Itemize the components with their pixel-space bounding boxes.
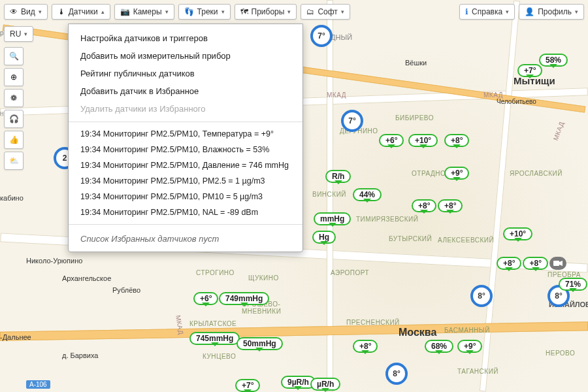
sensor-circle[interactable]: 8° [385, 363, 408, 385]
district-alekseevsky: АЛЕКСЕЕВСКИЙ [438, 237, 494, 244]
sensor-pin[interactable]: +6° [379, 134, 404, 147]
chevron-down-icon: ▾ [506, 8, 509, 15]
thermometer-icon: 🌡 [57, 7, 65, 16]
district-kuntsevo: КУНЦЕВО [203, 353, 236, 360]
chevron-up-icon: ▴ [101, 8, 105, 15]
chevron-down-icon: ▾ [221, 8, 225, 15]
log-entry: 19:34 Мониторинг PM2.5/PM10, NAL = -89 d… [69, 204, 302, 220]
district-bibirevo: БИБИРЕВО [395, 114, 434, 122]
software-icon: 🗂 [306, 7, 314, 16]
menu-devices[interactable]: 🗺Приборы▾ [235, 4, 297, 20]
chevron-down-icon: ▾ [341, 8, 344, 15]
sensor-pin[interactable]: 58% [539, 54, 568, 67]
district-aeroport: АЭРОПОРТ [331, 269, 369, 276]
camera-icon [549, 257, 566, 270]
sensor-circle[interactable]: 7° [310, 25, 333, 47]
label-kabino: кабино [0, 194, 24, 202]
district-timiryazevsky: ТИМИРЯЗЕВСКИЙ [356, 216, 418, 223]
thumbs-up-icon: 👍 [9, 135, 19, 144]
dd-configure-sensors[interactable]: Настройка датчиков и триггеров [69, 29, 302, 47]
magnifier-icon: 🔍 [9, 52, 19, 61]
dd-add-favorite[interactable]: Добавить датчик в Избранное [69, 82, 302, 100]
sensor-pin[interactable]: +7° [517, 64, 542, 77]
chevron-down-icon: ▾ [24, 31, 27, 37]
sensor-pin[interactable]: 71% [559, 278, 587, 291]
label-arkhangelskoe: Архангельское [62, 274, 111, 282]
sensor-pin[interactable]: +8° [444, 134, 469, 147]
sensor-circle[interactable]: 7° [341, 110, 363, 132]
district-krylatskoe: КРЫЛАТСКОЕ [189, 320, 237, 327]
district-butyrsky: БУТЫРСКИЙ [389, 235, 432, 242]
sensor-pin-group[interactable]: +8°+8° [497, 257, 566, 270]
svg-rect-0 [553, 261, 559, 266]
support-button[interactable]: 🎧 [4, 110, 24, 128]
label-veshki: Вёшки [405, 59, 427, 67]
menu-cameras[interactable]: 📷Камеры▾ [114, 4, 174, 20]
chevron-down-icon: ▾ [287, 8, 291, 15]
sensor-pin[interactable]: +8° [353, 340, 378, 353]
eye-icon: 👁 [10, 7, 18, 16]
sensor-pin[interactable]: mmHg [314, 212, 351, 225]
sensor-pin[interactable]: 749mmHg [219, 292, 269, 305]
sensor-pin[interactable]: +8° [412, 199, 436, 212]
weather-button[interactable]: ⛅ [4, 152, 24, 170]
label-barvikha: д. Барвиха [62, 351, 98, 359]
sensor-pin[interactable]: +10° [503, 227, 532, 240]
menu-soft[interactable]: 🗂Софт▾ [301, 4, 350, 20]
tool-button-1[interactable]: ❁ [4, 89, 24, 107]
label-rublevo: Рублёво [112, 286, 140, 294]
top-toolbar: 👁Вид▾ 🌡Датчики▴ 📷Камеры▾ 👣Треки▾ 🗺Прибор… [4, 4, 584, 20]
menu-profile[interactable]: 👤Профиль▾ [519, 4, 584, 20]
label-mkad2: МКАД [552, 121, 566, 142]
log-entry: 19:34 Мониторинг PM2.5/PM10, PM10 = 5 µg… [69, 189, 302, 204]
devices-icon: 🗺 [240, 7, 248, 16]
menu-help[interactable]: ℹСправка▾ [459, 4, 515, 20]
chevron-down-icon: ▾ [39, 8, 42, 15]
info-icon: ℹ [465, 7, 468, 16]
sensor-pin[interactable]: 68% [425, 340, 453, 353]
chevron-down-icon: ▾ [165, 8, 169, 15]
sensor-pin[interactable]: +10° [408, 134, 438, 147]
log-entry: 19:34 Мониторинг PM2.5/PM10, Температура… [69, 126, 302, 142]
district-shchukino: ЩУКИНО [248, 274, 279, 282]
sensor-pin[interactable]: 50mmHg [237, 337, 283, 350]
search-button[interactable]: 🔍 [4, 47, 24, 65]
menu-tracks[interactable]: 👣Треки▾ [178, 4, 231, 20]
log-entry: 19:34 Мониторинг PM2.5/PM10, Влажность =… [69, 142, 302, 157]
dd-rating[interactable]: Рейтинг публичных датчиков [69, 65, 302, 82]
language-selector[interactable]: RU▾ [4, 26, 33, 42]
menu-view[interactable]: 👁Вид▾ [4, 4, 48, 20]
menu-sensors[interactable]: 🌡Датчики▴ [52, 4, 110, 20]
user-icon: 👤 [525, 7, 534, 16]
sensor-circle[interactable]: 8° [470, 285, 493, 307]
dd-add-device[interactable]: Добавить мой измерительный прибор [69, 47, 302, 65]
log-entry: 19:34 Мониторинг PM2.5/PM10, Давление = … [69, 157, 302, 173]
sensor-pin[interactable]: R/h [325, 170, 351, 183]
sensor-pin[interactable]: 44% [353, 188, 382, 201]
district-yaroslavsky: ЯРОСЛАВСКИЙ [510, 170, 563, 177]
district-strogino: СТРОГИНО [196, 269, 235, 276]
sensor-pin[interactable]: µR/h [310, 378, 340, 391]
tracks-icon: 👣 [184, 7, 194, 16]
district-tagansky: ТАГАНСКИЙ [457, 368, 498, 375]
sensor-pin[interactable]: +7° [235, 379, 260, 392]
chevron-down-icon: ▾ [575, 8, 578, 15]
camera-icon: 📷 [120, 7, 130, 16]
sensor-pin[interactable]: 745mmHg [189, 332, 240, 345]
dd-favorites-empty: Список Избранных датчиков пуст [69, 229, 302, 246]
sensor-pin[interactable]: +9° [457, 340, 482, 353]
label-nikuryupino: Николо-Урюпино [26, 257, 82, 265]
like-button[interactable]: 👍 [4, 131, 24, 149]
separator [69, 122, 302, 122]
sensor-pin[interactable]: Hg [312, 231, 336, 244]
district-nerovo: НЕРОВО [546, 350, 575, 357]
gear-icon: ❁ [10, 93, 17, 103]
weather-icon: ⛅ [9, 156, 19, 165]
headset-icon: 🎧 [9, 114, 19, 123]
sensor-pin[interactable]: +8° [438, 199, 463, 212]
locate-button[interactable]: ⊕ [4, 68, 24, 86]
target-icon: ⊕ [10, 73, 17, 82]
sensor-pin[interactable]: +9° [444, 167, 469, 180]
log-entry: 19:34 Мониторинг PM2.5/PM10, PM2.5 = 1 µ… [69, 173, 302, 189]
sensor-pin[interactable]: +6° [193, 292, 218, 305]
